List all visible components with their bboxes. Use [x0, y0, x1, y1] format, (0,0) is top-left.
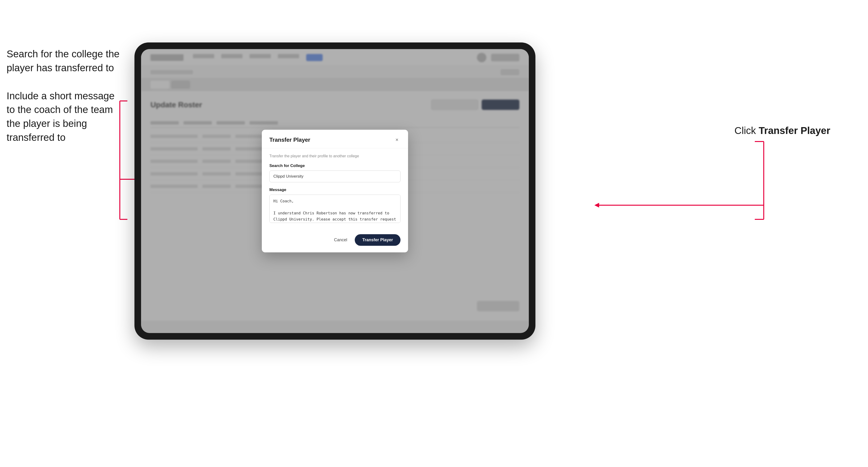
college-label: Search for College: [269, 163, 401, 168]
annotation-message-text: Include a short message to the coach of …: [7, 90, 115, 143]
close-icon[interactable]: ×: [394, 136, 401, 144]
modal-header: Transfer Player ×: [262, 130, 408, 148]
cancel-button[interactable]: Cancel: [330, 235, 351, 245]
annotation-transfer-bold: Transfer Player: [758, 125, 830, 136]
tablet-frame: Update Roster: [134, 42, 535, 340]
transfer-player-button[interactable]: Transfer Player: [355, 234, 401, 246]
annotation-left: Search for the college the player has tr…: [7, 47, 120, 145]
annotation-right: Click Transfer Player: [735, 125, 830, 136]
tablet-screen: Update Roster: [141, 49, 529, 333]
annotation-search-text: Search for the college the player has tr…: [7, 49, 120, 73]
college-search-input[interactable]: [269, 170, 401, 182]
modal-title: Transfer Player: [269, 136, 310, 143]
modal-subtitle: Transfer the player and their profile to…: [269, 154, 401, 158]
modal-body: Transfer the player and their profile to…: [262, 148, 408, 229]
transfer-player-modal: Transfer Player × Transfer the player an…: [262, 130, 408, 252]
modal-footer: Cancel Transfer Player: [262, 229, 408, 252]
svg-marker-4: [594, 203, 599, 208]
modal-overlay: Transfer Player × Transfer the player an…: [141, 49, 529, 333]
message-textarea[interactable]: Hi Coach, I understand Chris Robertson h…: [269, 195, 401, 223]
message-label: Message: [269, 187, 401, 192]
